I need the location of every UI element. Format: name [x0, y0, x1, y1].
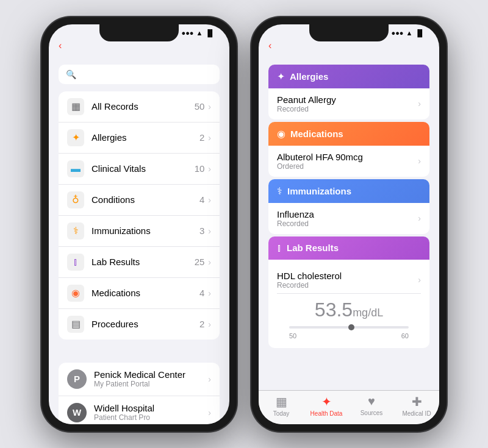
list-icon-lab-results: ⫿ — [67, 254, 84, 271]
list-item-procedures[interactable]: ▤ Procedures 2 › — [59, 309, 220, 340]
category-title-medications: Medications — [290, 129, 343, 139]
list-label-allergies: Allergies — [92, 132, 199, 143]
tab-icon-today-right: ▦ — [276, 394, 287, 409]
list-item-immunizations[interactable]: ⚕ Immunizations 3 › — [59, 216, 220, 247]
category-icon-allergies: ✦ — [277, 71, 285, 82]
category-item-status-immunizations: Recorded — [277, 219, 418, 228]
notch-left — [99, 24, 179, 41]
list-label-clinical-vitals: Clinical Vitals — [92, 163, 195, 174]
status-icons-right: ●●● ▲ ▐▌ — [392, 29, 425, 37]
list-chevron-procedures: › — [208, 319, 211, 329]
page-title-left — [49, 56, 229, 65]
category-item-status-allergies: Recorded — [277, 105, 418, 113]
category-title-allergies: Allergies — [290, 71, 328, 82]
lab-range-max-lab-results: 60 — [401, 332, 409, 340]
tab-icon-sources-right: ♥ — [368, 394, 375, 408]
category-item-immunizations[interactable]: Influenza Recorded › — [268, 203, 429, 234]
wifi-icon-r: ▲ — [406, 29, 413, 37]
records-list: ▦ All Records 50 › ✦ Allergies 2 › ▬ Cli… — [59, 91, 220, 340]
category-item-info-medications: Albuterol HFA 90mcg Ordered — [277, 152, 418, 171]
category-card-immunizations: ⚕ Immunizations Influenza Recorded › — [268, 179, 429, 234]
list-icon-all-records: ▦ — [67, 98, 84, 115]
battery-icon-r: ▐▌ — [415, 29, 425, 37]
category-item-status-medications: Ordered — [277, 162, 418, 171]
category-item-info-allergies: Peanut Allergy Recorded — [277, 94, 418, 113]
list-icon-conditions: ♁ — [67, 191, 84, 208]
lab-item-row-lab-results[interactable]: HDL cholesterol Recorded › — [277, 265, 421, 294]
list-chevron-medications: › — [208, 288, 211, 298]
list-count-allergies: 2 — [199, 132, 204, 143]
list-count-procedures: 2 — [199, 319, 204, 329]
tab-sources-right[interactable]: ♥ Sources — [349, 394, 394, 417]
list-item-lab-results[interactable]: ⫿ Lab Results 25 › — [59, 247, 220, 278]
category-header-medications: ◉ Medications — [268, 122, 429, 146]
source-chevron-1: › — [208, 408, 211, 418]
signal-icon-r: ●●● — [392, 29, 404, 37]
category-item-allergies[interactable]: Peanut Allergy Recorded › — [268, 88, 429, 119]
source-chevron-0: › — [208, 374, 211, 384]
back-chevron-right: ‹ — [268, 40, 271, 51]
back-button-right[interactable]: ‹ — [268, 40, 273, 51]
list-item-clinical-vitals[interactable]: ▬ Clinical Vitals 10 › — [59, 154, 220, 185]
sources-list: P Penick Medical Center My Patient Porta… — [59, 363, 220, 424]
source-info-1: Widell Hospital Patient Chart Pro — [94, 403, 208, 422]
tab-health-data-right[interactable]: ✦ Health Data — [304, 394, 349, 417]
tab-today-right[interactable]: ▦ Today — [259, 394, 304, 417]
category-card-medications: ◉ Medications Albuterol HFA 90mcg Ordere… — [268, 122, 429, 177]
source-subtitle-1: Patient Chart Pro — [94, 413, 208, 422]
list-icon-immunizations: ⚕ — [67, 222, 84, 240]
source-info-0: Penick Medical Center My Patient Portal — [94, 369, 208, 388]
list-chevron-immunizations: › — [208, 226, 211, 236]
category-icon-immunizations: ⚕ — [277, 185, 282, 197]
list-chevron-allergies: › — [208, 133, 211, 143]
category-icon-lab-results: ⫿ — [277, 243, 282, 254]
tab-label-health-data-right: Health Data — [310, 410, 343, 417]
search-icon: 🔍 — [66, 69, 76, 79]
tab-bar-right: ▦ Today ✦ Health Data ♥ Sources ✚ Medica… — [259, 390, 439, 424]
back-chevron-left: ‹ — [59, 40, 62, 51]
signal-icon: ●●● — [182, 29, 194, 37]
tab-icon-medical-id-right: ✚ — [412, 394, 422, 409]
lab-big-value-lab-results: 53.5mg/dL — [277, 299, 421, 321]
list-icon-procedures: ▤ — [67, 316, 84, 333]
list-label-procedures: Procedures — [92, 319, 199, 329]
status-icons-left: ●●● ▲ ▐▌ — [182, 29, 215, 37]
list-label-all-records: All Records — [92, 101, 195, 112]
tab-icon-health-data-right: ✦ — [321, 394, 332, 409]
category-item-name-medications: Albuterol HFA 90mcg — [277, 152, 418, 162]
list-count-immunizations: 3 — [199, 226, 204, 236]
phone-screen-left: ●●● ▲ ▐▌ ‹ 🔍 — [49, 24, 229, 424]
list-item-all-records[interactable]: ▦ All Records 50 › — [59, 91, 220, 123]
category-header-immunizations: ⚕ Immunizations — [268, 179, 429, 203]
tab-medical-id-right[interactable]: ✚ Medical ID — [394, 394, 439, 417]
source-item-0[interactable]: P Penick Medical Center My Patient Porta… — [59, 363, 220, 396]
all-records-screen: ●●● ▲ ▐▌ ‹ — [259, 24, 439, 424]
nav-bar-left: ‹ — [49, 39, 229, 56]
list-item-conditions[interactable]: ♁ Conditions 4 › — [59, 185, 220, 216]
category-item-medications[interactable]: Albuterol HFA 90mcg Ordered › — [268, 146, 429, 177]
category-item-name-allergies: Peanut Allergy — [277, 94, 418, 105]
category-item-name-immunizations: Influenza — [277, 209, 418, 219]
back-button-left[interactable]: ‹ — [59, 40, 63, 51]
list-count-clinical-vitals: 10 — [195, 163, 205, 174]
list-item-allergies[interactable]: ✦ Allergies 2 › — [59, 123, 220, 154]
tab-label-sources-right: Sources — [361, 410, 383, 416]
list-label-medications: Medications — [92, 288, 199, 298]
category-card-allergies: ✦ Allergies Peanut Allergy Recorded › — [268, 65, 429, 119]
tab-label-medical-id-right: Medical ID — [402, 410, 431, 417]
lab-range-min-lab-results: 50 — [289, 332, 296, 340]
list-count-lab-results: 25 — [195, 257, 205, 267]
list-label-conditions: Conditions — [92, 194, 199, 205]
phone-frame-right: ●●● ▲ ▐▌ ‹ — [251, 17, 447, 432]
sources-header — [49, 349, 229, 363]
list-item-medications[interactable]: ◉ Medications 4 › — [59, 278, 220, 309]
source-item-1[interactable]: W Widell Hospital Patient Chart Pro › — [59, 396, 220, 424]
search-bar[interactable]: 🔍 — [59, 65, 220, 84]
lab-info-lab-results: HDL cholesterol Recorded — [277, 271, 418, 290]
list-icon-allergies: ✦ — [67, 129, 84, 146]
wifi-icon: ▲ — [196, 29, 203, 37]
lab-value-section-lab-results: HDL cholesterol Recorded › 53.5mg/dL 50 … — [268, 260, 429, 348]
lab-value-display-lab-results: 53.5mg/dL — [277, 294, 421, 324]
list-icon-clinical-vitals: ▬ — [67, 160, 84, 177]
source-avatar-1: W — [67, 403, 87, 422]
